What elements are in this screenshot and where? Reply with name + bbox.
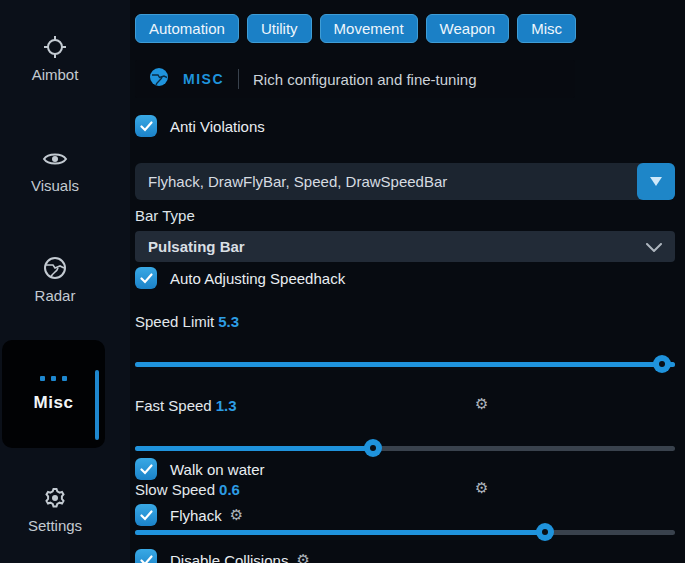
crosshair-icon [43, 35, 67, 59]
slider-speed-limit-label: Speed Limit5.3 [135, 313, 675, 330]
bar-type-label: Bar Type [135, 207, 195, 224]
select-value: Pulsating Bar [148, 238, 245, 255]
section-title: MISC [183, 71, 224, 87]
checkbox-label: Flyhack ⚙ [170, 507, 243, 524]
tab-automation[interactable]: Automation [135, 14, 239, 43]
slider-fast-speed[interactable] [135, 439, 675, 457]
checkbox-checked-icon[interactable] [135, 549, 157, 563]
bar-type-select[interactable]: Pulsating Bar [135, 231, 675, 262]
sidebar-item-visuals[interactable]: Visuals [0, 148, 110, 194]
sidebar-item-radar[interactable]: Radar [0, 256, 110, 304]
gear-icon[interactable]: ⚙ [296, 553, 309, 563]
tab-misc[interactable]: Misc [517, 14, 576, 43]
slider-value: 5.3 [218, 313, 239, 330]
checkbox-label: Disable Collisions ⚙ [170, 552, 310, 563]
gear-icon[interactable]: ⚙ [230, 508, 243, 523]
active-indicator-bar [95, 370, 99, 440]
sidebar-item-label: Visuals [31, 177, 79, 194]
checkbox-checked-icon[interactable] [135, 267, 157, 289]
tab-utility[interactable]: Utility [247, 14, 312, 43]
checkbox-checked-icon[interactable] [135, 115, 157, 137]
mod-menu-window: { "colors": { "accent": "#1e87cf", "chec… [0, 0, 685, 563]
tab-weapon[interactable]: Weapon [426, 14, 510, 43]
sidebar-item-settings[interactable]: Settings [0, 486, 110, 534]
checkbox-anti-violations[interactable]: Anti Violations [135, 115, 265, 137]
checkbox-label: Anti Violations [170, 118, 265, 135]
slider-speed-limit[interactable] [135, 355, 675, 373]
sidebar-item-label: Radar [35, 287, 76, 304]
checkbox-label: Auto Adjusting Speedhack [170, 270, 345, 287]
category-tabs: Automation Utility Movement Weapon Misc [135, 14, 576, 43]
tab-movement[interactable]: Movement [320, 14, 418, 43]
slider-thumb[interactable] [364, 439, 382, 457]
slider-fill [135, 362, 675, 367]
checkbox-flyhack[interactable]: Flyhack ⚙ [135, 504, 243, 526]
checkbox-walk-on-water[interactable]: Walk on water [135, 458, 264, 480]
divider [238, 69, 239, 89]
slider-fast-speed-label: Fast Speed1.3 ⚙ [135, 397, 675, 414]
checkbox-label-text: Flyhack [170, 507, 222, 524]
slider-value: 0.6 [219, 481, 240, 498]
gear-icon [43, 486, 67, 510]
sidebar-item-label: Settings [28, 517, 82, 534]
section-subtitle: Rich configuration and fine-tuning [253, 71, 476, 88]
sidebar-item-label: Aimbot [32, 66, 79, 83]
triangle-down-icon [649, 176, 663, 187]
slider-fill [135, 446, 373, 451]
slider-label-text: Fast Speed [135, 397, 212, 414]
slider-value: 1.3 [216, 397, 237, 414]
checkbox-auto-adjusting-speedhack[interactable]: Auto Adjusting Speedhack [135, 267, 345, 289]
section-header: MISC Rich configuration and fine-tuning [135, 60, 575, 98]
slider-fill [135, 530, 545, 535]
gear-icon[interactable]: ⚙ [475, 397, 488, 412]
slider-thumb[interactable] [653, 355, 671, 373]
slider-label-text: Slow Speed [135, 481, 215, 498]
main-panel: Automation Utility Movement Weapon Misc … [135, 0, 675, 563]
sidebar: Aimbot Visuals Radar Misc [0, 0, 130, 563]
checkbox-label: Walk on water [170, 461, 264, 478]
sidebar-item-label: Misc [34, 393, 74, 413]
slider-label-text: Speed Limit [135, 313, 214, 330]
eye-icon [42, 148, 68, 170]
sidebar-item-aimbot[interactable]: Aimbot [0, 35, 110, 83]
chevron-down-icon [646, 238, 662, 256]
sidebar-item-misc-active[interactable]: Misc [2, 340, 105, 448]
checkbox-checked-icon[interactable] [135, 504, 157, 526]
dropdown-open-button[interactable] [637, 163, 675, 200]
multiselect-flags[interactable]: Flyhack, DrawFlyBar, Speed, DrawSpeedBar [135, 163, 675, 200]
multiselect-value: Flyhack, DrawFlyBar, Speed, DrawSpeedBar [135, 173, 637, 190]
gear-icon[interactable]: ⚙ [475, 481, 488, 496]
checkbox-disable-collisions[interactable]: Disable Collisions ⚙ [135, 549, 310, 563]
globe-icon [43, 256, 67, 280]
checkbox-checked-icon[interactable] [135, 458, 157, 480]
slider-thumb[interactable] [536, 523, 554, 541]
globe-icon [149, 67, 169, 91]
slider-slow-speed-label: Slow Speed0.6 ⚙ [135, 481, 675, 498]
checkbox-label-text: Disable Collisions [170, 552, 288, 563]
ellipsis-icon [40, 376, 67, 381]
